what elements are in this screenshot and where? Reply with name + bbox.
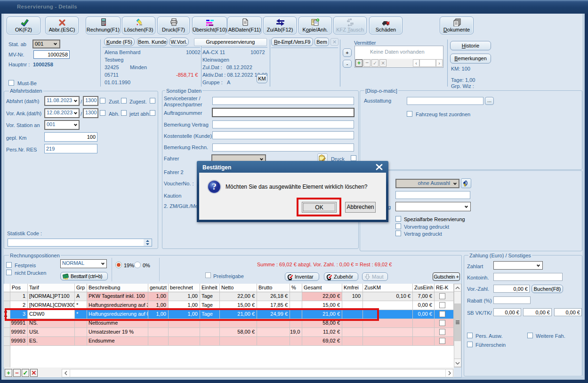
svg-text:?: ? [212, 182, 217, 192]
